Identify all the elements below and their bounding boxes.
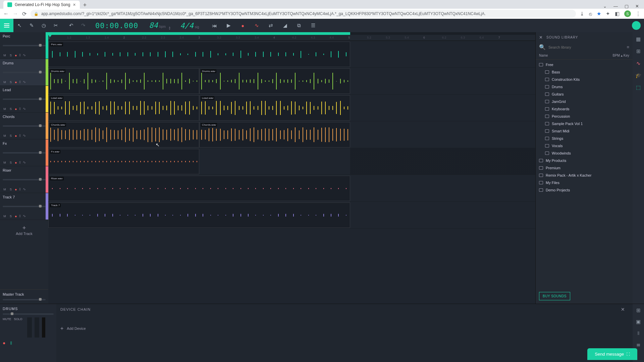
browser-tab[interactable]: Generated Lo-Fi Hip Hop Song × — [3, 1, 80, 9]
timesig-control[interactable]: 4/4 sig — [175, 21, 204, 30]
timeline-ruler[interactable]: 11.21.31.422.22.32.433.23.33.444.24.34.4… — [48, 35, 535, 41]
track-lane[interactable]: Riser.wav — [48, 175, 535, 202]
pan-fader[interactable] — [27, 317, 32, 338]
track-arm-icon[interactable]: ● — [15, 80, 17, 84]
track-monitor-icon[interactable]: ⫴ — [19, 187, 21, 191]
bpm-control[interactable]: 84 bpm ▲▼ — [144, 21, 175, 30]
track-header[interactable]: Track 7 M S ● ⫴ ∿ — [0, 193, 48, 220]
metronome-icon[interactable]: ◢ — [279, 19, 291, 32]
library-folder[interactable]: Free — [536, 61, 633, 68]
reload-icon[interactable]: ⟳ — [22, 11, 26, 17]
track-arm-icon[interactable]: ● — [15, 134, 17, 138]
pointer-tool-icon[interactable]: ↖ — [13, 19, 25, 32]
play-icon[interactable]: ▶ — [223, 19, 235, 32]
buy-sounds-button[interactable]: BUY SOUNDS — [539, 292, 570, 300]
track-solo-button[interactable]: S — [9, 134, 13, 137]
library-folder[interactable]: Construction Kits — [536, 76, 633, 83]
library-folder[interactable]: Strings — [536, 135, 633, 142]
vol-fader[interactable] — [35, 317, 39, 338]
track-header[interactable]: Drums M S ● ⫴ ∿ — [0, 59, 48, 86]
timecode-display[interactable]: 00:00.000 — [89, 21, 144, 30]
track-automation-icon[interactable]: ∿ — [23, 160, 26, 165]
track-volume-slider[interactable] — [3, 99, 46, 100]
track-solo-button[interactable]: S — [9, 161, 13, 164]
library-tree[interactable]: FreeBassConstruction KitsDrumsGuitarsJam… — [536, 60, 633, 289]
time-tool-icon[interactable]: ◷ — [38, 19, 50, 32]
sidepanel-icon[interactable]: ◧ — [615, 11, 620, 17]
ai-rail-icon[interactable]: ⬚ — [636, 84, 641, 90]
install-icon[interactable]: ⤓ — [580, 11, 584, 17]
new-tab-button[interactable]: + — [80, 2, 90, 9]
loop-region[interactable] — [48, 32, 350, 35]
pencil-tool-icon[interactable]: ✎ — [25, 19, 38, 32]
track-volume-slider[interactable] — [3, 152, 46, 154]
send-message-button[interactable]: Send message ⛶ — [587, 348, 637, 360]
bookmark-icon[interactable]: ★ — [597, 11, 601, 17]
library-rail-icon[interactable]: ▦ — [636, 36, 641, 42]
device-piano-icon[interactable]: ⫴ — [637, 330, 640, 336]
track-solo-button[interactable]: S — [9, 80, 13, 84]
main-menu-button[interactable] — [0, 19, 13, 32]
audio-clip[interactable]: Lead.wav — [48, 95, 199, 121]
track-monitor-icon[interactable]: ⫴ — [19, 53, 21, 57]
eq-icon[interactable]: ⫴ — [10, 340, 12, 346]
audio-clip[interactable]: Fx.wav — [48, 149, 199, 174]
track-automation-icon[interactable]: ∿ — [23, 80, 26, 84]
track-mute-button[interactable]: M — [3, 161, 7, 164]
track-header[interactable]: Perc M S ● ⫴ ∿ — [0, 32, 48, 59]
library-folder[interactable]: Vocals — [536, 142, 633, 149]
library-folder[interactable]: My Files — [536, 179, 633, 186]
track-mute-button[interactable]: M — [3, 54, 7, 57]
menu-dots-icon[interactable]: ⋮ — [636, 11, 641, 17]
device-grid-icon[interactable]: ⊞ — [636, 307, 641, 313]
maximize-icon[interactable]: ▢ — [625, 4, 629, 9]
master-volume-slider[interactable] — [3, 299, 46, 300]
url-input[interactable]: 🔒 app.ampedstudio.com/?_gl=1*zkt20c*_ga*… — [31, 10, 576, 18]
grid-rail-icon[interactable]: ⊞ — [636, 48, 641, 54]
track-automation-icon[interactable]: ∿ — [23, 133, 26, 138]
track-header[interactable]: Chords M S ● ⫴ ∿ — [0, 113, 48, 139]
device-box-icon[interactable]: ▣ — [636, 319, 641, 325]
audio-clip[interactable]: Riser.wav — [48, 176, 350, 201]
track-mute-button[interactable]: M — [3, 188, 7, 191]
track-mute-button[interactable]: M — [3, 80, 7, 84]
track-lane[interactable]: Fx.wav — [48, 148, 535, 175]
track-lane[interactable]: Perc.wav — [48, 41, 535, 68]
master-track-header[interactable]: Master Track — [0, 289, 48, 304]
loop-icon[interactable]: ⇄ — [265, 19, 277, 32]
track-arm-icon[interactable]: ● — [15, 187, 17, 191]
library-folder[interactable]: Drums — [536, 83, 633, 90]
share-icon[interactable]: ⎋ — [589, 11, 592, 17]
library-folder[interactable]: Remix Pack - Artik x Kacher — [536, 172, 633, 179]
learn-rail-icon[interactable]: 🎓 — [635, 72, 642, 78]
track-monitor-icon[interactable]: ⫴ — [19, 107, 21, 111]
minimize-icon[interactable]: — — [613, 4, 618, 9]
audio-clip[interactable]: Drums.wav — [48, 68, 199, 94]
track-monitor-icon[interactable]: ⫴ — [19, 160, 21, 165]
track-lane[interactable]: Track 7 — [48, 202, 535, 229]
mixer-icon[interactable]: ☰ — [307, 19, 319, 32]
track-arm-icon[interactable]: ● — [15, 53, 17, 57]
track-arm-icon[interactable]: ● — [15, 214, 17, 218]
track-volume-slider[interactable] — [3, 179, 46, 180]
wave-rail-icon[interactable]: ∿ — [636, 60, 641, 66]
tab-close-icon[interactable]: × — [73, 2, 75, 7]
rewind-icon[interactable]: ⏮ — [209, 19, 221, 32]
back-icon[interactable]: ← — [3, 11, 9, 17]
library-folder[interactable]: Smart Midi — [536, 127, 633, 135]
cut-tool-icon[interactable]: ✂ — [50, 19, 62, 32]
library-folder[interactable]: Demo Projects — [536, 186, 633, 194]
loop-bar[interactable] — [48, 32, 535, 35]
track-solo-button[interactable]: S — [9, 54, 13, 57]
track-arm-icon[interactable]: ● — [15, 161, 17, 165]
track-lane[interactable]: Lead.wavLead.wav — [48, 95, 535, 121]
library-folder[interactable]: Bass — [536, 68, 633, 76]
track-monitor-icon[interactable]: ⫴ — [19, 80, 21, 84]
close-library-icon[interactable]: ✕ — [539, 35, 543, 40]
chevron-down-icon[interactable]: ⌄ — [603, 4, 607, 9]
filter-icon[interactable]: ≡ — [627, 45, 629, 50]
track-mute-button[interactable]: M — [3, 215, 7, 218]
automation-icon[interactable]: ∿ — [251, 19, 263, 32]
track-header[interactable]: Lead M S ● ⫴ ∿ — [0, 86, 48, 113]
track-volume-slider[interactable] — [3, 72, 46, 73]
